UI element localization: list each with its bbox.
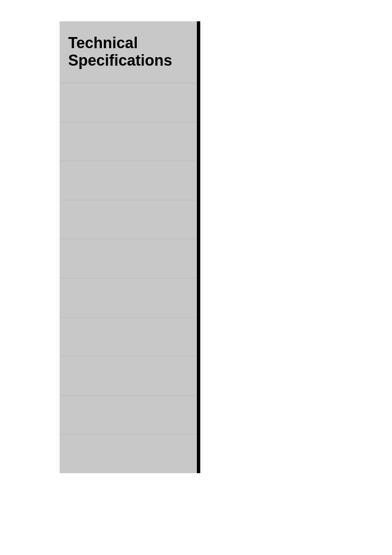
spec-row-1 [60,83,197,122]
spec-row-4 [60,200,197,240]
spec-row-7 [60,318,197,357]
spec-row-10 [60,434,197,473]
spec-row-8 [60,356,197,396]
spec-row-6 [60,278,197,318]
spec-row-3 [60,161,197,200]
title-line2: Specifications [68,52,172,69]
spec-rows-container [60,83,197,473]
card-header: Technical Specifications [60,21,197,83]
spec-row-9 [60,396,197,435]
specs-card: Technical Specifications [60,21,200,473]
spec-row-2 [60,122,197,162]
spec-row-5 [60,239,197,278]
card-title: Technical Specifications [68,34,188,69]
title-line1: Technical [68,34,138,52]
